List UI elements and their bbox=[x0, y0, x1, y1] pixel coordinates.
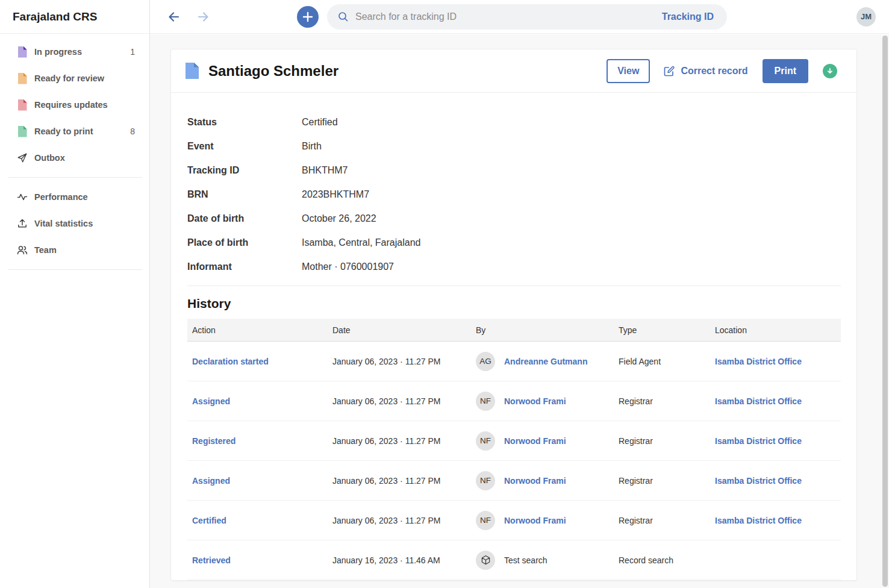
detail-value: 2023BHKTHM7 bbox=[302, 189, 369, 200]
sidebar-divider bbox=[8, 269, 142, 270]
history-action-link[interactable]: Declaration started bbox=[192, 357, 269, 366]
sidebar-item-count: 8 bbox=[130, 127, 135, 136]
history-location-link[interactable]: Isamba District Office bbox=[715, 476, 802, 486]
history-date: January 06, 2023 · 11.27 PM bbox=[328, 516, 471, 525]
sidebar-item-performance[interactable]: Performance bbox=[0, 184, 149, 210]
record-title: Santiago Schmeler bbox=[208, 63, 338, 80]
detail-label: Informant bbox=[187, 261, 302, 272]
sidebar-item-count: 1 bbox=[130, 47, 135, 57]
scrollbar-thumb[interactable] bbox=[882, 36, 888, 587]
sidebar-declarations-group: In progress 1 Ready for review Requires … bbox=[0, 34, 149, 171]
search-filter-button[interactable]: Tracking ID bbox=[662, 11, 714, 22]
record-card-header: Santiago Schmeler View Correct record Pr… bbox=[171, 49, 856, 93]
history-by-name[interactable]: Norwood Frami bbox=[504, 516, 566, 525]
history-date: January 06, 2023 · 11.27 PM bbox=[328, 357, 471, 366]
detail-row: Tracking ID BHKTHM7 bbox=[187, 158, 841, 183]
sidebar-item-label: Requires updates bbox=[34, 100, 108, 110]
sidebar-item-label: Team bbox=[34, 245, 57, 255]
detail-row: Informant Mother · 0760001907 bbox=[187, 255, 841, 279]
avatar-initials: NF bbox=[480, 516, 491, 525]
detail-value: BHKTHM7 bbox=[302, 165, 348, 176]
avatar-initials: NF bbox=[480, 396, 491, 405]
history-by-name[interactable]: Test search bbox=[504, 555, 547, 565]
record-actions: View Correct record Print bbox=[607, 59, 837, 83]
sidebar-item-in-progress[interactable]: In progress 1 bbox=[0, 39, 149, 65]
history-by-name[interactable]: Norwood Frami bbox=[504, 436, 566, 446]
sidebar-item-outbox[interactable]: Outbox bbox=[0, 145, 149, 171]
history-action-link[interactable]: Registered bbox=[192, 436, 236, 446]
detail-label: Event bbox=[187, 141, 302, 152]
history-type: Registrar bbox=[614, 436, 710, 446]
sidebar-item-team[interactable]: Team bbox=[0, 237, 149, 263]
history-row: Assigned January 06, 2023 · 11.27 PM NF … bbox=[187, 461, 841, 501]
history-by-name[interactable]: Andreanne Gutmann bbox=[504, 357, 587, 366]
history-location-link[interactable]: Isamba District Office bbox=[715, 396, 802, 406]
history-table: Action Date By Type Location Declaration… bbox=[187, 319, 841, 580]
cube-icon bbox=[481, 555, 491, 565]
new-declaration-button[interactable] bbox=[297, 6, 319, 28]
detail-value: October 26, 2022 bbox=[302, 213, 376, 224]
history-location-link[interactable]: Isamba District Office bbox=[715, 357, 802, 366]
detail-value: Birth bbox=[302, 141, 322, 152]
history-type: Record search bbox=[614, 555, 710, 565]
history-avatar: AG bbox=[476, 352, 495, 371]
detail-label: Status bbox=[187, 117, 302, 128]
sidebar-item-ready-to-print[interactable]: Ready to print 8 bbox=[0, 118, 149, 145]
column-header-action: Action bbox=[187, 325, 328, 335]
detail-row: BRN 2023BHKTHM7 bbox=[187, 183, 841, 207]
history-location-link[interactable]: Isamba District Office bbox=[715, 436, 802, 446]
sidebar-item-label: Ready to print bbox=[34, 127, 93, 136]
forward-arrow-button[interactable] bbox=[196, 10, 210, 24]
history-avatar: NF bbox=[476, 392, 495, 411]
column-header-date: Date bbox=[328, 325, 471, 335]
history-date: January 16, 2023 · 11.46 AM bbox=[328, 555, 471, 565]
download-arrow-icon bbox=[826, 67, 834, 75]
detail-value: Certified bbox=[302, 117, 338, 128]
download-button[interactable] bbox=[823, 64, 837, 78]
history-action-link[interactable]: Retrieved bbox=[192, 555, 231, 565]
history-by-name[interactable]: Norwood Frami bbox=[504, 396, 566, 406]
column-header-type: Type bbox=[614, 325, 710, 335]
column-header-location: Location bbox=[710, 325, 841, 335]
view-button[interactable]: View bbox=[607, 59, 650, 83]
history-type: Registrar bbox=[614, 516, 710, 525]
content-area: Santiago Schmeler View Correct record Pr… bbox=[150, 34, 889, 588]
detail-label: Date of birth bbox=[187, 213, 302, 224]
avatar-initials: NF bbox=[480, 436, 491, 445]
correct-record-button[interactable]: Correct record bbox=[663, 65, 747, 77]
print-button[interactable]: Print bbox=[763, 59, 808, 83]
sidebar-item-label: Ready for review bbox=[34, 74, 104, 83]
history-table-header: Action Date By Type Location bbox=[187, 319, 841, 342]
activity-icon bbox=[17, 191, 28, 203]
upload-icon bbox=[17, 217, 28, 230]
search-icon bbox=[337, 11, 349, 23]
history-row: Certified January 06, 2023 · 11.27 PM NF… bbox=[187, 501, 841, 540]
history-action-link[interactable]: Assigned bbox=[192, 476, 230, 486]
user-avatar[interactable]: JM bbox=[856, 7, 876, 27]
history-action-link[interactable]: Certified bbox=[192, 516, 226, 525]
history-by-name[interactable]: Norwood Frami bbox=[504, 476, 566, 486]
sidebar: Farajaland CRS In progress 1 Ready for r… bbox=[0, 0, 150, 588]
back-arrow-button[interactable] bbox=[167, 10, 181, 24]
paper-plane-icon bbox=[17, 152, 28, 164]
history-title: History bbox=[187, 296, 841, 311]
app-title: Farajaland CRS bbox=[0, 0, 149, 34]
file-red-icon bbox=[18, 99, 27, 111]
history-action-link[interactable]: Assigned bbox=[192, 396, 230, 406]
record-details: Status Certified Event Birth Tracking ID… bbox=[171, 93, 856, 279]
search-input[interactable] bbox=[355, 11, 662, 22]
detail-label: BRN bbox=[187, 189, 302, 200]
sidebar-item-vital-statistics[interactable]: Vital statistics bbox=[0, 210, 149, 237]
history-avatar: NF bbox=[476, 471, 495, 490]
sidebar-item-ready-for-review[interactable]: Ready for review bbox=[0, 65, 149, 92]
users-icon bbox=[17, 244, 28, 256]
history-location-link[interactable]: Isamba District Office bbox=[715, 516, 802, 525]
plus-icon bbox=[301, 10, 315, 24]
history-type: Registrar bbox=[614, 476, 710, 486]
sidebar-item-requires-updates[interactable]: Requires updates bbox=[0, 92, 149, 118]
edit-icon bbox=[663, 65, 675, 77]
detail-row: Event Birth bbox=[187, 134, 841, 158]
detail-row: Place of birth Isamba, Central, Farajala… bbox=[187, 231, 841, 255]
detail-row: Date of birth October 26, 2022 bbox=[187, 207, 841, 231]
file-purple-icon bbox=[18, 46, 27, 58]
